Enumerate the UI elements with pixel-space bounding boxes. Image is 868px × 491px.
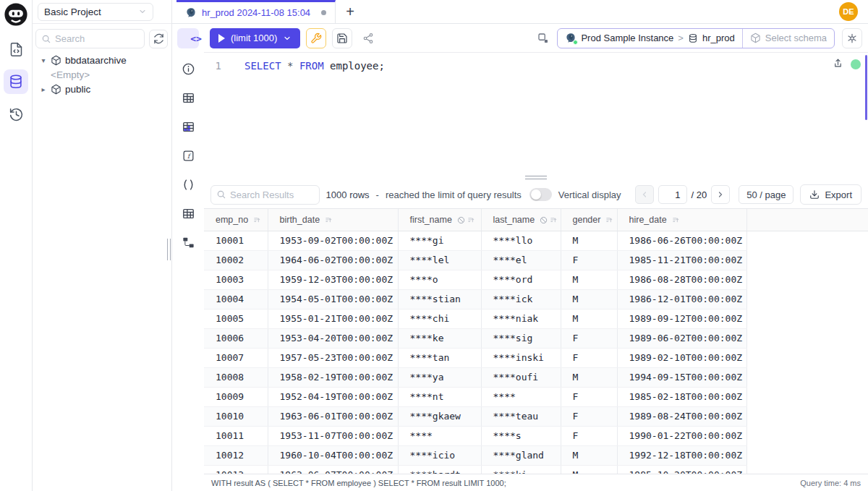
table-cell[interactable]: 10002 (204, 250, 268, 270)
table-cell[interactable]: M (561, 270, 617, 289)
tab-hr-prod[interactable]: hr_prod 2024-11-08 15:04 (176, 0, 336, 23)
table-row[interactable]: 100101963-06-01T00:00:00Z****gkaew****te… (204, 406, 868, 426)
bytebase-logo-icon[interactable] (4, 2, 28, 27)
table-cell[interactable]: M (561, 465, 617, 474)
table-cell[interactable]: 10009 (204, 387, 268, 406)
table-cell[interactable]: 1963-06-07T00:00:00Z (268, 465, 398, 474)
table-cell[interactable]: ****el (481, 250, 561, 270)
table-cell[interactable]: 10010 (204, 406, 268, 426)
share-icon[interactable] (358, 28, 378, 48)
table-cell[interactable]: ****gkaew (398, 406, 481, 426)
table-cell[interactable]: 1953-09-02T00:00:00Z (268, 231, 398, 250)
table-cell[interactable]: 1985-11-21T00:00:00Z (617, 250, 746, 270)
tree-item-public[interactable]: ▸ public (33, 82, 171, 96)
table-cell[interactable]: F (561, 250, 617, 270)
tree-search-input[interactable] (55, 33, 139, 44)
code-view-icon[interactable]: <> (177, 28, 199, 48)
project-selector[interactable]: Basic Project (38, 3, 153, 21)
table-cell[interactable]: 1959-12-03T00:00:00Z (268, 270, 398, 289)
table-cell[interactable]: F (561, 348, 617, 367)
table-grid-highlighted-icon[interactable] (177, 116, 199, 137)
table-cell[interactable]: ****ord (481, 270, 561, 289)
editor-results-splitter[interactable] (204, 174, 868, 181)
chevron-down-icon[interactable] (283, 34, 292, 43)
chevron-collapsed-icon[interactable]: ▸ (40, 85, 47, 93)
export-button[interactable]: Export (800, 184, 861, 205)
page-number-input[interactable] (658, 185, 687, 204)
instance-database-selector[interactable]: Prod Sample Instance > hr_prod (558, 29, 741, 48)
table-cell[interactable]: ****hardt (398, 465, 481, 474)
table-cell[interactable]: 10008 (204, 367, 268, 387)
history-icon[interactable] (4, 103, 28, 125)
table-cell[interactable]: 10007 (204, 348, 268, 367)
table-cell[interactable]: F (561, 406, 617, 426)
table-cell[interactable]: 1960-10-04T00:00:00Z (268, 445, 398, 465)
sql-editor[interactable]: 1 SELECT * FROM employee; (204, 53, 868, 174)
upload-icon[interactable] (833, 58, 843, 69)
table-cell[interactable]: 10013 (204, 465, 268, 474)
result-table-container[interactable]: emp_nobirth_datefirst_namelast_namegende… (204, 208, 868, 474)
table-cell[interactable]: M (561, 289, 617, 309)
table-cell[interactable]: M (561, 445, 617, 465)
table-cell[interactable]: ****nt (398, 387, 481, 406)
table-cell[interactable]: ****ke (398, 328, 481, 348)
parentheses-icon[interactable] (177, 174, 199, 195)
table-cell[interactable]: ****oufi (481, 367, 561, 387)
editor-scrollbar[interactable] (865, 55, 867, 120)
table-grid-icon[interactable] (177, 87, 199, 108)
table-cell[interactable]: 1990-01-22T00:00:00Z (617, 426, 746, 445)
table-grid2-icon[interactable] (177, 203, 199, 223)
sort-icon[interactable] (253, 216, 261, 224)
column-header-last_name[interactable]: last_name (481, 209, 561, 231)
table-cell[interactable]: ****chi (398, 309, 481, 328)
table-cell[interactable]: 10001 (204, 231, 268, 250)
table-cell[interactable]: 1985-02-18T00:00:00Z (617, 387, 746, 406)
sort-icon[interactable] (672, 216, 680, 224)
table-cell[interactable]: ****stian (398, 289, 481, 309)
chevron-expanded-icon[interactable]: ▾ (40, 56, 47, 64)
table-cell[interactable]: ****gland (481, 445, 561, 465)
table-cell[interactable]: F (561, 387, 617, 406)
vertical-display-toggle[interactable] (529, 188, 552, 201)
table-cell[interactable]: 1957-05-23T00:00:00Z (268, 348, 398, 367)
sort-icon[interactable] (605, 216, 613, 224)
table-cell[interactable]: 1992-12-18T00:00:00Z (617, 445, 746, 465)
format-icon[interactable] (537, 32, 550, 45)
column-header-hire_date[interactable]: hire_date (617, 209, 746, 231)
column-header-gender[interactable]: gender (561, 209, 617, 231)
page-size-selector[interactable]: 50 / page (739, 185, 793, 204)
table-cell[interactable]: 10003 (204, 270, 268, 289)
table-row[interactable]: 100061953-04-20T00:00:00Z****ke****sigF1… (204, 328, 868, 348)
table-cell[interactable]: ****ya (398, 367, 481, 387)
table-cell[interactable]: 10011 (204, 426, 268, 445)
new-tab-button[interactable]: + (336, 0, 365, 23)
table-cell[interactable]: M (561, 231, 617, 250)
table-cell[interactable]: ****ki (481, 465, 561, 474)
sort-icon[interactable] (550, 216, 558, 224)
table-cell[interactable]: 1952-04-19T00:00:00Z (268, 387, 398, 406)
table-row[interactable]: 100091952-04-19T00:00:00Z****nt****F1985… (204, 387, 868, 406)
table-cell[interactable]: 10012 (204, 445, 268, 465)
table-cell[interactable]: ****o (398, 270, 481, 289)
table-row[interactable]: 100011953-09-02T00:00:00Z****gi****lloM1… (204, 231, 868, 250)
table-row[interactable]: 100071957-05-23T00:00:00Z****tan****insk… (204, 348, 868, 367)
next-page-button[interactable] (711, 185, 730, 204)
table-cell[interactable]: 1954-05-01T00:00:00Z (268, 289, 398, 309)
table-cell[interactable]: ****teau (481, 406, 561, 426)
table-cell[interactable]: 1989-08-24T00:00:00Z (617, 406, 746, 426)
worksheet-icon[interactable] (4, 38, 28, 60)
info-icon[interactable] (177, 59, 199, 79)
table-row[interactable]: 100021964-06-02T00:00:00Z****lel****elF1… (204, 250, 868, 270)
table-row[interactable]: 100131963-06-07T00:00:00Z****hardt****ki… (204, 465, 868, 474)
table-row[interactable]: 100111953-11-07T00:00:00Z********sF1990-… (204, 426, 868, 445)
wrench-icon[interactable] (306, 28, 326, 48)
table-cell[interactable]: ****lel (398, 250, 481, 270)
table-cell[interactable]: **** (398, 426, 481, 445)
table-cell[interactable]: ****ick (481, 289, 561, 309)
table-cell[interactable]: ****inski (481, 348, 561, 367)
table-cell[interactable]: 1986-06-26T00:00:00Z (617, 231, 746, 250)
table-cell[interactable]: 1955-01-21T00:00:00Z (268, 309, 398, 328)
table-cell[interactable]: M (561, 309, 617, 328)
table-cell[interactable]: ****s (481, 426, 561, 445)
table-cell[interactable]: 1994-09-15T00:00:00Z (617, 367, 746, 387)
